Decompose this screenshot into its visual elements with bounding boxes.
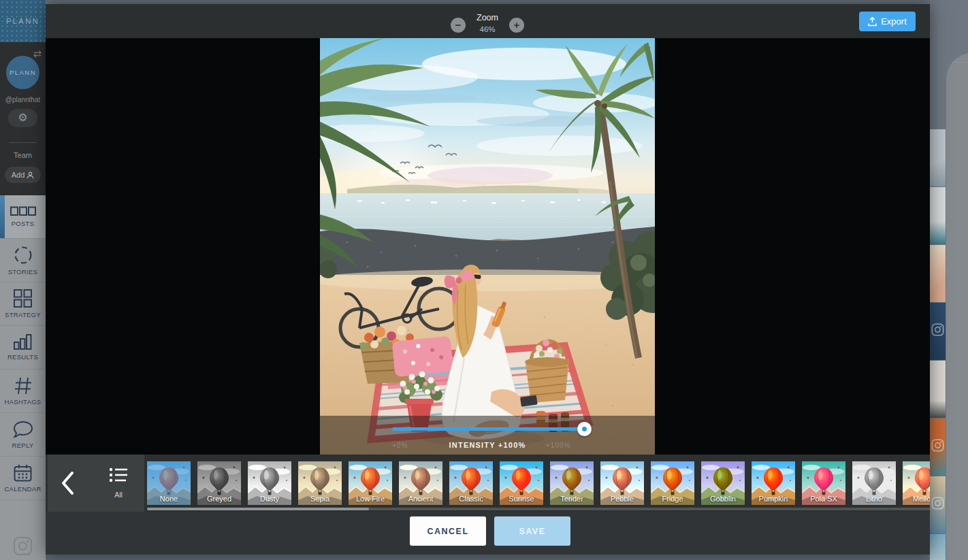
filter-bar: All NoneGreyedDustySepiaLow FireAncientC… xyxy=(46,455,930,512)
profile-section: ⇄ PLANN @plannthat ⚙ Team Add xyxy=(0,42,46,195)
filter-thumb-pumpkin[interactable]: Pumpkin xyxy=(752,461,795,505)
filter-name: Mellow xyxy=(903,495,930,503)
filter-thumb-dusty[interactable]: Dusty xyxy=(248,461,291,505)
filter-thumb-mellow[interactable]: Mellow xyxy=(903,461,930,505)
filter-thumb-greyed[interactable]: Greyed xyxy=(197,461,241,505)
pillow xyxy=(392,336,454,378)
list-icon xyxy=(109,467,128,483)
settings-button[interactable]: ⚙ xyxy=(8,109,37,127)
grid-post-thumbnail xyxy=(930,418,946,476)
filter-name: Ancient xyxy=(399,495,442,503)
filter-thumb-low-fire[interactable]: Low Fire xyxy=(349,461,392,505)
account-handle: @plannthat xyxy=(0,96,46,103)
grid-post-thumbnail xyxy=(930,303,946,360)
zoom-value: 46% xyxy=(460,25,515,33)
post-grid-peek xyxy=(930,129,946,560)
export-button[interactable]: Export xyxy=(859,12,916,31)
sidebar-item-reply[interactable]: REPLY xyxy=(0,413,46,457)
page-bottom-strip xyxy=(46,555,930,560)
filter-thumb-litho[interactable]: Litho xyxy=(852,461,896,505)
instagram-icon[interactable] xyxy=(13,536,33,556)
avatar[interactable]: PLANN xyxy=(6,56,39,89)
back-chevron-icon[interactable] xyxy=(60,471,75,495)
filter-scrollbar-thumb[interactable] xyxy=(147,508,369,510)
filter-name: Low Fire xyxy=(349,495,392,503)
gear-icon: ⚙ xyxy=(18,112,27,123)
sidebar-item-calendar[interactable]: CALENDAR xyxy=(0,457,46,500)
filter-thumb-pebble[interactable]: Pebble xyxy=(600,461,644,505)
upload-icon xyxy=(868,17,877,27)
photo-editor-modal: − Zoom 46% + Export xyxy=(46,4,930,555)
filter-controls: All xyxy=(48,455,144,512)
sidebar-item-results[interactable]: RESULTS xyxy=(0,326,46,369)
filter-scrollbar-track[interactable] xyxy=(147,508,930,510)
hashtags-icon xyxy=(14,377,32,395)
sidebar-item-label: POSTS xyxy=(12,220,35,227)
sidebar-item-label: CALENDAR xyxy=(4,485,41,493)
posts-icon xyxy=(10,206,36,216)
grid-post-thumbnail xyxy=(930,187,946,244)
filter-name: Fridge xyxy=(651,495,694,503)
reply-icon xyxy=(13,421,33,438)
sidebar-item-label: RESULTS xyxy=(7,353,38,361)
intensity-value-label: INTENSITY +100% xyxy=(320,441,655,449)
filter-thumb-classic[interactable]: Classic xyxy=(449,461,493,505)
filter-thumb-fridge[interactable]: Fridge xyxy=(651,461,694,505)
sidebar-item-label: HASHTAGS xyxy=(5,398,42,406)
grid-post-thumbnail xyxy=(930,534,946,560)
filter-thumb-pola-sx[interactable]: Pola SX xyxy=(802,461,845,505)
filter-name: Greyed xyxy=(197,495,241,503)
active-indicator xyxy=(0,195,5,238)
filter-thumb-ancient[interactable]: Ancient xyxy=(399,461,442,505)
sidebar-item-label: REPLY xyxy=(12,442,34,449)
filter-name: Pumpkin xyxy=(752,495,795,503)
intensity-band: +0% INTENSITY +100% +100% xyxy=(320,416,655,455)
grid-post-thumbnail xyxy=(930,129,946,186)
add-team-member-button[interactable]: Add xyxy=(5,167,41,183)
sidebar-item-stories[interactable]: STORIES xyxy=(0,239,46,282)
filter-strip: NoneGreyedDustySepiaLow FireAncientClass… xyxy=(147,461,930,505)
intensity-slider[interactable] xyxy=(392,427,588,431)
team-label: Team xyxy=(0,151,46,159)
sidebar-item-label: STORIES xyxy=(8,268,38,276)
filter-name: Pebble xyxy=(600,495,644,503)
divider xyxy=(9,142,37,143)
phone-mockup xyxy=(946,53,968,560)
plann-logo[interactable]: PLANN xyxy=(0,0,46,42)
filter-name: Sepia xyxy=(298,495,342,503)
results-icon xyxy=(14,334,32,350)
filter-name: Litho xyxy=(852,495,896,503)
cancel-button[interactable]: CANCEL xyxy=(410,516,486,546)
photo-being-edited[interactable]: +0% INTENSITY +100% +100% xyxy=(320,38,655,455)
grid-post-thumbnail xyxy=(930,476,946,533)
beach-photo-illustration xyxy=(320,38,655,455)
zoom-label: Zoom xyxy=(460,13,515,22)
filter-thumb-none[interactable]: None xyxy=(147,461,191,505)
phone-preview-panel xyxy=(930,0,968,560)
sidebar: PLANN ⇄ PLANN @plannthat ⚙ Team Add POST… xyxy=(0,0,46,560)
phone-mockup-line xyxy=(952,62,968,63)
save-button[interactable]: SAVE xyxy=(494,516,570,546)
sidebar-item-posts[interactable]: POSTS xyxy=(0,195,46,239)
calendar-icon xyxy=(14,464,32,482)
filter-thumb-sepia[interactable]: Sepia xyxy=(298,461,342,505)
filter-category-all[interactable]: All xyxy=(105,467,132,499)
filter-thumb-sunrise[interactable]: Sunrise xyxy=(500,461,543,505)
filter-name: None xyxy=(147,495,191,503)
filter-name: Tender xyxy=(550,495,594,503)
filter-name: Sunrise xyxy=(500,495,543,503)
sidebar-nav: POSTSSTORIESSTRATEGYRESULTSHASHTAGSREPLY… xyxy=(0,195,46,500)
dialog-buttons: CANCEL SAVE xyxy=(46,512,930,555)
zoom-in-button[interactable]: + xyxy=(509,18,524,33)
sidebar-item-label: STRATEGY xyxy=(5,311,41,318)
sidebar-item-hashtags[interactable]: HASHTAGS xyxy=(0,369,46,413)
person-icon xyxy=(27,171,34,179)
switch-account-icon[interactable]: ⇄ xyxy=(33,48,42,60)
filter-thumb-tender[interactable]: Tender xyxy=(550,461,594,505)
stories-icon xyxy=(14,246,33,265)
filter-name: Pola SX xyxy=(802,495,845,503)
sidebar-item-strategy[interactable]: STRATEGY xyxy=(0,282,46,326)
intensity-slider-handle[interactable] xyxy=(577,422,592,436)
intensity-max-label: +100% xyxy=(546,442,570,449)
filter-thumb-gobblin[interactable]: Gobblin xyxy=(701,461,745,505)
